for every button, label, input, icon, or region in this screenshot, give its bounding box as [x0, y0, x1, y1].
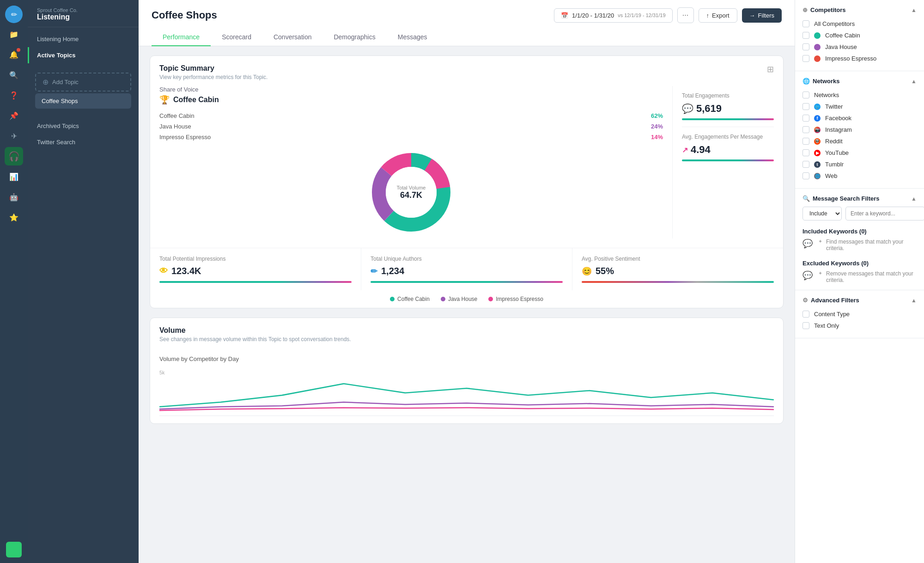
chart-legend: Coffee Cabin Java House Impresso Espress… — [150, 290, 783, 308]
impressions-value: 👁 123.4K — [159, 266, 352, 276]
network-checkbox-tumblr[interactable] — [802, 161, 809, 168]
all-competitors-row[interactable]: All Competitors — [802, 18, 917, 30]
add-topic-label: Add Topic — [52, 79, 79, 86]
nav-icon-search[interactable]: 🔍 — [5, 66, 23, 84]
network-label-youtube: YouTube — [825, 149, 849, 156]
network-row-youtube[interactable]: ▶ YouTube — [802, 147, 917, 159]
competitor-row-0[interactable]: Coffee Cabin — [802, 30, 917, 41]
message-search-chevron[interactable]: ▲ — [911, 196, 917, 202]
sidebar-item-active-topics[interactable]: Active Topics — [28, 47, 139, 63]
nav-icon-automation[interactable]: 🤖 — [5, 188, 23, 206]
sidebar-item-listening-home[interactable]: Listening Home — [28, 31, 139, 47]
topic-summary-header-text: Topic Summary View key performance metri… — [159, 64, 267, 80]
date-range-button[interactable]: 📅 1/1/20 - 1/31/20 vs 12/1/19 - 12/31/19 — [554, 8, 672, 23]
content-type-checkbox[interactable] — [802, 311, 809, 318]
advanced-filters-title: ⚙ Advanced Filters — [802, 297, 859, 304]
nav-icon-pin[interactable]: 📌 — [5, 106, 23, 125]
network-row-instagram[interactable]: 📷 Instagram — [802, 124, 917, 135]
network-row-web[interactable]: 🌐 Web — [802, 170, 917, 182]
network-checkbox-twitter[interactable] — [802, 103, 809, 110]
legend-item-1: Java House — [441, 296, 477, 302]
topic-summary-body: Share of Voice 🏆 Coffee Cabin Coffee Cab… — [150, 86, 783, 248]
network-checkbox-reddit[interactable] — [802, 138, 809, 145]
advanced-filters-icon: ⚙ — [802, 297, 808, 304]
volume-subtitle: See changes in message volume within thi… — [159, 336, 351, 343]
date-compare-text: vs 12/1/19 - 12/31/19 — [618, 12, 665, 18]
nav-icon-star[interactable]: ⭐ — [5, 208, 23, 226]
competitor-checkbox-2[interactable] — [802, 55, 809, 62]
excluded-keywords-empty: 💬 ✦ Remove messages that match your crit… — [802, 270, 917, 283]
advanced-filters-section: ⚙ Advanced Filters ▲ Content Type Text O… — [795, 290, 924, 338]
network-checkbox-web[interactable] — [802, 172, 809, 179]
included-keywords-title: Included Keywords (0) — [802, 228, 917, 235]
competitor-dot-1 — [814, 44, 821, 50]
grid-view-icon[interactable]: ⊞ — [767, 64, 774, 74]
brand-mark — [6, 542, 22, 557]
message-search-section: 🔍 Message Search Filters ▲ Include Exclu… — [795, 189, 924, 290]
export-icon: ↑ — [706, 12, 710, 19]
networks-icon: 🌐 — [802, 78, 810, 85]
competitor-checkbox-1[interactable] — [802, 43, 809, 50]
nav-icon-help[interactable]: ❓ — [5, 86, 23, 104]
compose-button[interactable]: ✏ — [5, 6, 23, 23]
network-row-facebook[interactable]: f Facebook — [802, 112, 917, 124]
legend-label-0: Coffee Cabin — [397, 296, 430, 302]
add-topic-button[interactable]: ⊕ Add Topic — [35, 73, 131, 92]
nav-icon-listening[interactable]: 🎧 — [5, 147, 23, 165]
nav-icon-notifications[interactable]: 🔔 — [5, 45, 23, 64]
all-competitors-checkbox[interactable] — [802, 20, 809, 27]
tab-scorecard[interactable]: Scorecard — [211, 29, 262, 46]
sov-header: Share of Voice 🏆 Coffee Cabin — [159, 86, 663, 105]
networks-chevron[interactable]: ▲ — [911, 78, 917, 85]
network-dot-instagram: 📷 — [814, 127, 821, 133]
tab-messages[interactable]: Messages — [387, 29, 438, 46]
tab-performance[interactable]: Performance — [152, 29, 211, 46]
export-button[interactable]: ↑ Export — [699, 8, 737, 23]
text-only-row[interactable]: Text Only — [802, 320, 917, 331]
engagements-bar — [682, 118, 774, 120]
more-options-button[interactable]: ··· — [677, 7, 694, 23]
advanced-filters-chevron[interactable]: ▲ — [911, 297, 917, 304]
sidebar-item-twitter-search[interactable]: Twitter Search — [28, 134, 139, 150]
network-row-reddit[interactable]: 👽 Reddit — [802, 135, 917, 147]
page-title: Coffee Shops — [152, 9, 217, 21]
competitors-chevron[interactable]: ▲ — [911, 7, 917, 13]
nav-icon-send[interactable]: ✈ — [5, 127, 23, 145]
competitor-row-1[interactable]: Java House — [802, 41, 917, 53]
networks-all-checkbox[interactable] — [802, 92, 809, 98]
network-checkbox-youtube[interactable] — [802, 149, 809, 156]
network-row-twitter[interactable]: 🐦 Twitter — [802, 101, 917, 112]
tab-demographics[interactable]: Demographics — [322, 29, 386, 46]
sov-winner: Coffee Cabin — [173, 96, 219, 104]
nav-icon-analytics[interactable]: 📊 — [5, 167, 23, 186]
authors-value: ✏ 1,234 — [371, 266, 563, 276]
filter-type-select[interactable]: Include Exclude — [802, 207, 842, 220]
pencil-icon: ✏ — [371, 266, 377, 276]
network-dot-twitter: 🐦 — [814, 104, 821, 110]
network-checkbox-instagram[interactable] — [802, 126, 809, 133]
nav-icon-folder[interactable]: 📁 — [5, 25, 23, 43]
network-label-reddit: Reddit — [825, 138, 843, 145]
tab-conversation[interactable]: Conversation — [262, 29, 323, 46]
competitor-checkbox-0[interactable] — [802, 32, 809, 39]
competitor-row-2[interactable]: Impresso Espresso — [802, 53, 917, 64]
sidebar-item-archived-topics[interactable]: Archived Topics — [28, 118, 139, 134]
network-checkbox-facebook[interactable] — [802, 115, 809, 122]
sov-pct-2: 14% — [651, 134, 663, 141]
filter-keyword-input[interactable] — [845, 207, 924, 220]
content-type-row[interactable]: Content Type — [802, 308, 917, 320]
topic-item-coffee-shops[interactable]: Coffee Shops — [35, 93, 131, 109]
network-row-tumblr[interactable]: t Tumblr — [802, 159, 917, 170]
text-only-checkbox[interactable] — [802, 322, 809, 329]
competitors-section: ⊕ Competitors ▲ All Competitors Coffee C… — [795, 0, 924, 71]
sov-title: Share of Voice — [159, 86, 219, 93]
filters-button[interactable]: → Filters — [742, 8, 782, 23]
networks-all-row[interactable]: Networks — [802, 89, 917, 101]
sentiment-number: 55% — [596, 266, 614, 276]
add-topic-plus-icon: ⊕ — [43, 78, 49, 86]
excluded-keywords-title: Excluded Keywords (0) — [802, 260, 917, 267]
sov-row-0: Coffee Cabin 62% — [159, 112, 663, 119]
legend-dot-2 — [488, 297, 493, 301]
avg-engagements-block: Avg. Engagements Per Message ↗ 4.94 — [682, 127, 774, 168]
advanced-filters-header: ⚙ Advanced Filters ▲ — [802, 297, 917, 304]
